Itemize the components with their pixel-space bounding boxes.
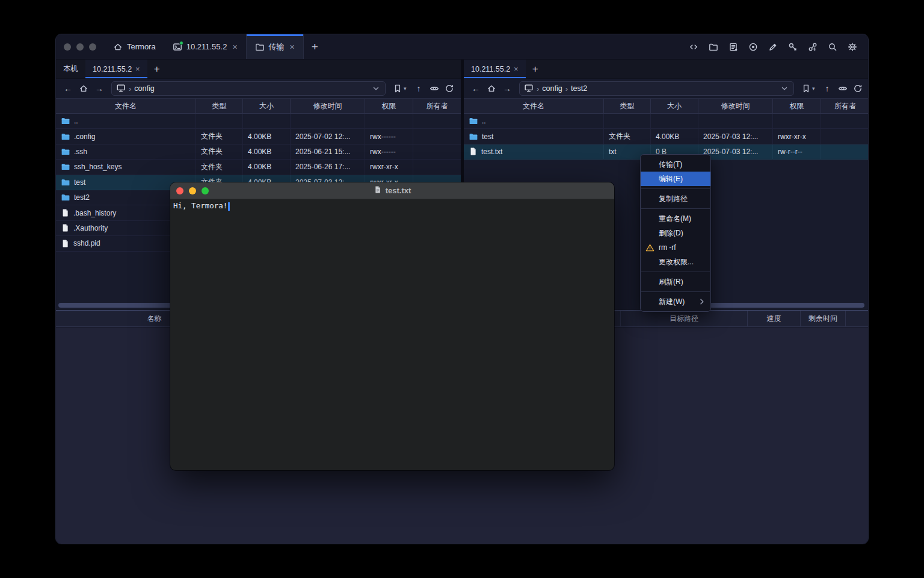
upload-icon[interactable]: ↑: [821, 84, 834, 93]
transfer-col-target[interactable]: 目标路径: [621, 311, 748, 326]
gear-icon[interactable]: [845, 40, 860, 54]
menu-separator: [641, 291, 710, 292]
transfer-col-speed[interactable]: 速度: [748, 311, 801, 326]
new-tab-button[interactable]: +: [304, 34, 326, 59]
file-mtime: 2025-06-26 17:...: [295, 163, 350, 171]
titlebar-tab-session[interactable]: 10.211.55.2×: [164, 34, 246, 59]
chevron-down-icon[interactable]: [780, 84, 789, 93]
record-icon[interactable]: [746, 40, 760, 54]
column-header-5[interactable]: 所有者: [413, 99, 461, 113]
forward-icon[interactable]: →: [93, 84, 106, 93]
back-icon[interactable]: ←: [61, 84, 75, 93]
editor-content[interactable]: Hi, Termora!: [170, 199, 614, 213]
file-table-header: 文件名类型大小修改时间权限所有者: [56, 98, 461, 114]
column-header-1[interactable]: 类型: [604, 99, 651, 113]
titlebar-tab-transfer[interactable]: 传输×: [246, 34, 304, 59]
new-panel-tab-button[interactable]: +: [147, 60, 167, 78]
editor-minimize-button[interactable]: [189, 187, 196, 194]
forward-icon[interactable]: →: [500, 84, 514, 93]
tab-label: 10.211.55.2: [93, 65, 132, 73]
column-header-5[interactable]: 所有者: [821, 99, 869, 113]
upload-icon[interactable]: ↑: [412, 84, 425, 93]
menu-item-1[interactable]: 编辑(E): [641, 172, 710, 186]
close-button[interactable]: [64, 43, 71, 51]
status-dot: [179, 41, 183, 45]
panel-tab-0[interactable]: 10.211.55.2×: [464, 60, 526, 78]
back-icon[interactable]: ←: [469, 84, 482, 93]
refresh-icon[interactable]: [851, 84, 864, 93]
computer-icon: [524, 83, 534, 95]
column-header-0[interactable]: 文件名: [464, 99, 604, 113]
titlebar-tab-termora[interactable]: Termora: [105, 34, 164, 59]
file-row[interactable]: ssh_host_keys文件夹4.00KB2025-06-26 17:...r…: [56, 160, 461, 175]
search-icon[interactable]: [825, 40, 840, 54]
new-panel-tab-button[interactable]: +: [526, 60, 545, 78]
column-header-4[interactable]: 权限: [773, 99, 821, 113]
column-header-3[interactable]: 修改时间: [291, 99, 365, 113]
bookmark-caret-icon[interactable]: ▾: [812, 85, 818, 92]
document-icon: [374, 185, 382, 196]
bookmark-icon[interactable]: [391, 84, 404, 93]
close-tab-icon[interactable]: ×: [232, 42, 237, 52]
crumb-segment[interactable]: config: [134, 84, 154, 93]
file-row[interactable]: .ssh文件夹4.00KB2025-06-21 15:...rwx------: [56, 144, 461, 160]
editor-titlebar[interactable]: test.txt: [170, 182, 614, 199]
transfer-col-eta[interactable]: 剩余时间: [801, 311, 846, 326]
file-row[interactable]: ..: [464, 114, 869, 129]
column-header-0[interactable]: 文件名: [56, 99, 196, 113]
column-header-4[interactable]: 权限: [365, 99, 413, 113]
pencil-icon[interactable]: [766, 40, 780, 54]
chevron-down-icon[interactable]: [371, 84, 381, 93]
file-icon: [61, 239, 70, 248]
close-tab-icon[interactable]: ×: [135, 64, 140, 73]
keychain-icon[interactable]: [805, 40, 820, 54]
crumb-segment[interactable]: config: [542, 84, 562, 93]
file-name: test.txt: [481, 148, 502, 156]
column-header-2[interactable]: 大小: [243, 99, 291, 113]
zoom-button[interactable]: [89, 43, 96, 51]
panel-tab-0[interactable]: 本机: [56, 60, 85, 78]
code-icon[interactable]: [686, 40, 701, 54]
tab-label: 10.211.55.2: [471, 65, 510, 73]
bookmark-caret-icon[interactable]: ▾: [404, 85, 410, 92]
close-tab-icon[interactable]: ×: [514, 64, 519, 73]
show-hidden-icon[interactable]: [428, 84, 440, 93]
crumb-segment[interactable]: test2: [571, 84, 587, 93]
column-header-1[interactable]: 类型: [196, 99, 243, 113]
home-icon[interactable]: [77, 84, 90, 93]
menu-item-12[interactable]: 新建(W): [641, 294, 710, 309]
titlebar-tabs: Termora10.211.55.2×传输×: [105, 34, 304, 59]
menu-item-6[interactable]: 删除(D): [641, 226, 710, 240]
menu-item-0[interactable]: 传输(T): [641, 157, 710, 172]
show-hidden-icon[interactable]: [836, 84, 849, 93]
home-icon[interactable]: [485, 84, 498, 93]
editor-close-button[interactable]: [176, 187, 183, 194]
editor-zoom-button[interactable]: [202, 187, 209, 194]
file-row[interactable]: .config文件夹4.00KB2025-07-02 12:...rwx----…: [56, 129, 461, 144]
menu-item-10[interactable]: 刷新(R): [641, 275, 710, 289]
file-size: 4.00KB: [248, 163, 271, 171]
refresh-icon[interactable]: [443, 84, 455, 93]
menu-item-3[interactable]: 复制路径: [641, 191, 710, 206]
menu-item-5[interactable]: 重命名(M): [641, 211, 710, 226]
file-row[interactable]: test文件夹4.00KB2025-07-03 12:...rwxr-xr-x: [464, 129, 869, 144]
file-mtime: 2025-07-03 12:...: [703, 148, 758, 156]
path-input[interactable]: ›config›test2: [519, 81, 794, 96]
computer-icon: [116, 83, 126, 95]
file-perm: rwxr-xr-x: [370, 163, 398, 171]
menu-item-8[interactable]: 更改权限...: [641, 255, 710, 269]
menu-item-label: 删除(D): [659, 228, 707, 238]
path-input[interactable]: ›config: [111, 81, 386, 96]
menu-item-7[interactable]: rm -rf: [641, 240, 710, 255]
bookmark-icon[interactable]: [799, 84, 812, 93]
column-header-2[interactable]: 大小: [651, 99, 698, 113]
minimize-button[interactable]: [76, 43, 84, 51]
folder-icon: [61, 132, 70, 141]
folder-icon[interactable]: [706, 40, 721, 54]
close-tab-icon[interactable]: ×: [290, 42, 295, 52]
file-row[interactable]: ..: [56, 114, 461, 129]
key-icon[interactable]: [786, 40, 800, 54]
column-header-3[interactable]: 修改时间: [698, 99, 773, 113]
panel-tab-1[interactable]: 10.211.55.2×: [85, 60, 147, 78]
log-icon[interactable]: [726, 40, 741, 54]
